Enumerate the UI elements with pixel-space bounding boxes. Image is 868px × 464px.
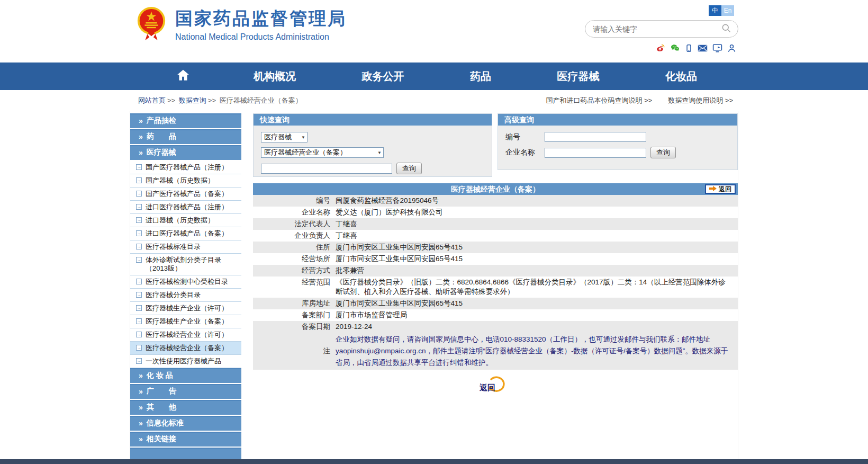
arrow-box-icon: → [136,217,142,223]
sidebar-item[interactable]: →进口器械（历史数据） [130,214,241,227]
detail-row-label: 备案日期 [253,322,336,332]
detail-row: 企业名称爱义达（厦门）医护科技有限公司 [253,207,738,218]
category-select[interactable]: 医疗器械 ▼ [261,132,308,142]
detail-row-value: 爱义达（厦门）医护科技有限公司 [336,208,738,217]
nav-item[interactable]: 政务公开 [362,69,404,84]
quick-query-search-button[interactable]: 查询 [396,163,422,174]
arrow-box-icon: → [136,279,142,284]
advanced-query-search-button[interactable]: 查询 [650,147,676,158]
detail-row-label: 经营场所 [253,254,336,264]
sidebar-section-label: 医疗器械 [147,148,176,157]
breadcrumb-current: 医疗器械经营企业（备案） [220,96,302,104]
wechat-icon[interactable] [670,43,680,53]
company-name-field-input[interactable] [545,148,646,158]
sidebar-section-header[interactable]: »广 告 [130,384,241,399]
nav-home-button[interactable] [176,68,190,84]
arrow-box-icon: → [136,177,142,183]
detail-row-label: 库房地址 [253,299,336,308]
company-name-field-label: 企业名称 [505,148,545,157]
sidebar-item[interactable]: →国产医疗器械产品（备案） [130,188,241,201]
sidebar-item-label: 医疗器械经营企业（许可） [146,331,239,339]
double-arrow-icon: » [139,435,143,443]
detail-row: 备案日期2019-12-24 [253,321,738,333]
sidebar-item[interactable]: →医疗器械经营企业（备案） [130,342,241,355]
breadcrumb-data-query-link[interactable]: 数据查询 [179,96,206,104]
sidebar-section-header[interactable]: »药 品 [130,129,241,144]
search-icon[interactable] [721,23,731,35]
chevron-down-icon: ▼ [377,150,382,155]
sidebar-item[interactable]: →医疗器械生产企业（备案） [130,315,241,328]
nav-item[interactable]: 化妆品 [665,69,697,84]
sidebar-section-label: 相关链接 [147,434,176,444]
double-arrow-icon: » [139,419,143,427]
sidebar-item[interactable]: →国产医疗器械产品（注册） [130,161,241,174]
sidebar-item-label: 进口医疗器械产品（备案） [146,229,239,238]
mail-icon[interactable] [698,44,708,52]
sidebar-item-label: 国产医疗器械产品（备案） [146,190,239,198]
detail-row-label: 住所 [253,243,336,252]
sidebar-section-header[interactable]: »其 他 [130,400,241,415]
sidebar-item[interactable]: →医疗器械检测中心受检目录 [130,275,241,289]
type-select[interactable]: 医疗器械经营企业（备案） ▼ [261,147,384,158]
chevron-down-icon: ▼ [301,135,305,140]
nav-item[interactable]: 药品 [470,69,491,84]
sidebar-item[interactable]: →医疗器械标准目录 [130,240,241,254]
sidebar-section-label: 其 他 [147,403,176,412]
breadcrumb-separator: >> [167,96,175,104]
return-button-top[interactable]: 返回 [705,184,736,194]
sidebar-item[interactable]: →一次性使用医疗器械产品 [130,355,241,368]
sidebar-item[interactable]: →医疗器械生产企业（许可） [130,302,241,315]
language-switch: 中 En [709,5,734,16]
sidebar-item[interactable]: →医疗器械分类目录 [130,289,241,302]
lang-en-tab[interactable]: En [721,5,734,16]
detail-row-value: 批零兼营 [336,266,738,275]
nav-item[interactable]: 机构概况 [254,69,296,84]
user-icon[interactable] [727,43,736,53]
detail-row-value: 企业如对数据有疑问，请咨询国家局信息中心，电话010-88331520（工作日）… [336,334,738,369]
sidebar-item[interactable]: →进口医疗器械产品（备案） [130,227,241,240]
arrow-box-icon: → [136,318,142,324]
sidebar-section-header[interactable]: »信息化标准 [130,416,241,431]
detail-row: 住所厦门市同安区工业集中区同安园65号415 [253,242,738,253]
breadcrumb-separator: >> [208,96,216,104]
sidebar-section-header[interactable]: »医疗器械 [130,145,241,160]
mobile-icon[interactable] [685,43,693,53]
detail-row-value: 《医疗器械分类目录》（旧版）二类：6820,6864,6866《医疗器械分类目录… [336,278,738,297]
quick-query-keyword-input[interactable] [261,164,392,174]
monitor-icon[interactable] [712,43,722,53]
detail-row: 注企业如对数据有疑问，请咨询国家局信息中心，电话010-88331520（工作日… [253,333,738,370]
sidebar-section-header[interactable]: »产品抽检 [130,113,241,128]
sidebar-item[interactable]: →医疗器械经营企业（许可） [130,328,241,342]
search-input[interactable] [592,24,721,34]
double-arrow-icon: » [139,148,143,157]
site-logo[interactable]: 国家药品监督管理局 National Medical Products Admi… [135,5,347,43]
number-field-input[interactable] [545,132,646,142]
sidebar-section-header[interactable]: »相关链接 [130,432,241,447]
breadcrumb-help-link[interactable]: 国产和进口药品本位码查询说明 >> [546,96,652,105]
sidebar-item-label: 医疗器械经营企业（备案） [146,344,239,352]
arrow-box-icon: → [136,332,142,337]
nav-item[interactable]: 医疗器械 [557,69,600,84]
return-button-bottom[interactable]: 返回 [480,375,511,399]
sidebar-item-label: 国产器械（历史数据） [146,176,239,185]
sidebar-section-header[interactable]: »化 妆 品 [130,368,241,383]
sidebar-item[interactable]: →国产器械（历史数据） [130,174,241,188]
advanced-query-title: 高级查询 [498,114,737,126]
sidebar-item[interactable]: →进口医疗器械产品（注册） [130,201,241,214]
breadcrumb-home-link[interactable]: 网站首页 [138,96,166,104]
weibo-icon[interactable] [656,43,665,53]
sidebar-section-label: 信息化标准 [147,418,184,428]
sidebar-section-label: 化 妆 品 [147,371,173,380]
breadcrumb: 网站首页>> 数据查询>> 医疗器械经营企业（备案） 国产和进口药品本位码查询说… [130,90,738,111]
detail-row-value: 丁继喜 [336,231,738,240]
sidebar-item-label: 进口器械（历史数据） [146,216,239,225]
quick-query-panel: 快速查询 医疗器械 ▼ 医疗器械经营企业（备案） ▼ [253,113,492,177]
page-header: 国家药品监督管理局 National Medical Products Admi… [130,0,738,63]
orange-arrow-icon [709,183,717,195]
sidebar-item[interactable]: →体外诊断试剂分类子目录（2013版） [130,254,241,275]
record-detail-panel: 医疗器械经营企业（备案） 返回 编号闽厦食药监械经营备20195046号企业名称… [253,183,738,399]
detail-row-label: 企业负责人 [253,231,336,240]
lang-zh-tab[interactable]: 中 [709,5,721,16]
breadcrumb-help-link[interactable]: 数据查询使用说明 >> [668,96,733,105]
detail-row-value: 2019-12-24 [336,322,738,332]
